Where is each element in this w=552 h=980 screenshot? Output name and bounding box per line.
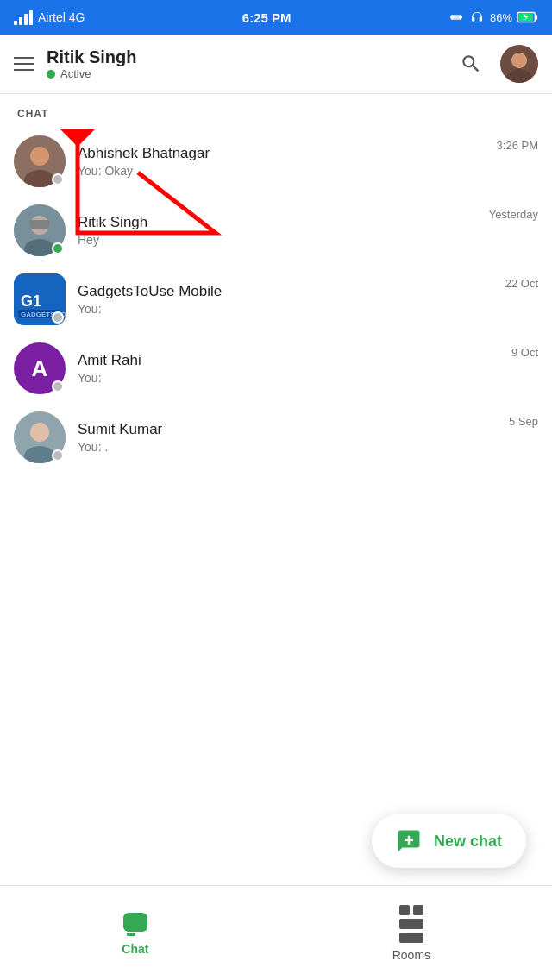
chat-name: GadgetsToUse Mobile: [78, 283, 493, 300]
nav-label-rooms: Rooms: [392, 948, 430, 962]
status-right: 86%: [448, 10, 538, 24]
chat-nav-icon: [122, 911, 149, 937]
svg-rect-16: [30, 220, 49, 229]
avatar-wrap-gadgets: G1 GADGETS TO: [14, 273, 66, 325]
signal-icon: [14, 10, 33, 25]
menu-button[interactable]: [14, 57, 34, 71]
avatar-wrap-abhishek: [14, 135, 66, 187]
svg-rect-26: [405, 839, 413, 842]
new-chat-icon: [396, 828, 422, 854]
status-indicator-gadgets: [52, 311, 64, 324]
status-time: 6:25 PM: [242, 10, 292, 25]
list-item[interactable]: Abhishek Bhatnagar You: Okay 3:26 PM: [0, 127, 552, 196]
nav-item-chat[interactable]: Chat: [96, 902, 175, 964]
chat-info-gadgets: GadgetsToUse Mobile You:: [78, 283, 493, 316]
chat-time: Yesterday: [489, 204, 538, 221]
chat-list: Abhishek Bhatnagar You: Okay 3:26 PM Rit…: [0, 127, 552, 472]
chat-info-sumit: Sumit Kumar You: .: [78, 421, 497, 454]
nav-label-chat: Chat: [122, 942, 148, 956]
header-icons: [455, 45, 538, 83]
header-name: Ritik Singh: [47, 47, 443, 67]
chat-name: Amit Rahi: [78, 352, 499, 369]
status-left: Airtel 4G: [14, 10, 85, 25]
status-indicator-ritik: [52, 242, 64, 254]
chat-time: 9 Oct: [511, 342, 538, 359]
new-chat-label: New chat: [434, 832, 502, 851]
chat-preview: You:: [78, 371, 499, 385]
headphone-icon: [469, 10, 485, 24]
rooms-nav-icon: [399, 905, 423, 943]
status-indicator-amit: [52, 380, 64, 393]
chat-preview: Hey: [78, 233, 477, 247]
chat-name: Sumit Kumar: [78, 421, 497, 438]
chat-info-amit: Amit Rahi You:: [78, 352, 499, 385]
search-button[interactable]: [455, 48, 486, 79]
header-title-block: Ritik Singh Active: [47, 47, 443, 80]
nav-item-rooms[interactable]: Rooms: [367, 896, 456, 971]
status-indicator-abhishek: [52, 173, 64, 185]
svg-point-9: [512, 53, 526, 67]
svg-rect-28: [127, 933, 135, 936]
new-chat-fab[interactable]: New chat: [372, 814, 526, 868]
profile-avatar-image: [500, 45, 538, 83]
chat-info-abhishek: Abhishek Bhatnagar You: Okay: [78, 145, 485, 178]
chat-name: Abhishek Bhatnagar: [78, 145, 485, 162]
chat-info-ritik: Ritik Singh Hey: [78, 214, 477, 247]
active-dot: [47, 70, 55, 79]
link-icon: [448, 12, 464, 22]
chat-time: 5 Sep: [509, 411, 538, 428]
chat-time: 22 Oct: [505, 273, 538, 290]
svg-rect-4: [536, 15, 537, 20]
profile-avatar[interactable]: [500, 45, 538, 83]
battery-icon: [518, 11, 538, 23]
search-icon: [460, 53, 482, 75]
battery-label: 86%: [490, 11, 512, 24]
list-item[interactable]: A Amit Rahi You: 9 Oct: [0, 334, 552, 403]
list-item[interactable]: G1 GADGETS TO GadgetsToUse Mobile You: 2…: [0, 265, 552, 334]
chat-preview: You: Okay: [78, 164, 485, 178]
chat-name: Ritik Singh: [78, 214, 477, 231]
header-status: Active: [47, 67, 443, 80]
svg-rect-2: [453, 17, 460, 18]
chat-preview: You:: [78, 302, 493, 316]
avatar-initial: A: [32, 355, 48, 382]
list-item[interactable]: Ritik Singh Hey Yesterday: [0, 196, 552, 265]
section-label: CHAT: [0, 94, 552, 127]
list-item[interactable]: Sumit Kumar You: . 5 Sep: [0, 403, 552, 472]
status-bar: Airtel 4G 6:25 PM 86%: [0, 0, 552, 35]
svg-rect-27: [123, 913, 147, 932]
avatar-wrap-sumit: [14, 411, 66, 463]
bottom-nav: Chat Rooms: [0, 885, 552, 980]
chat-preview: You: .: [78, 440, 497, 454]
chat-time: 3:26 PM: [497, 135, 538, 152]
svg-text:G1: G1: [21, 292, 41, 310]
avatar-wrap-ritik: [14, 204, 66, 256]
carrier-label: Airtel 4G: [38, 10, 85, 24]
avatar-wrap-amit: A: [14, 342, 66, 394]
svg-point-11: [30, 147, 49, 166]
active-label: Active: [60, 67, 91, 80]
svg-point-22: [30, 423, 49, 442]
status-indicator-sumit: [52, 449, 64, 462]
header: Ritik Singh Active: [0, 35, 552, 94]
